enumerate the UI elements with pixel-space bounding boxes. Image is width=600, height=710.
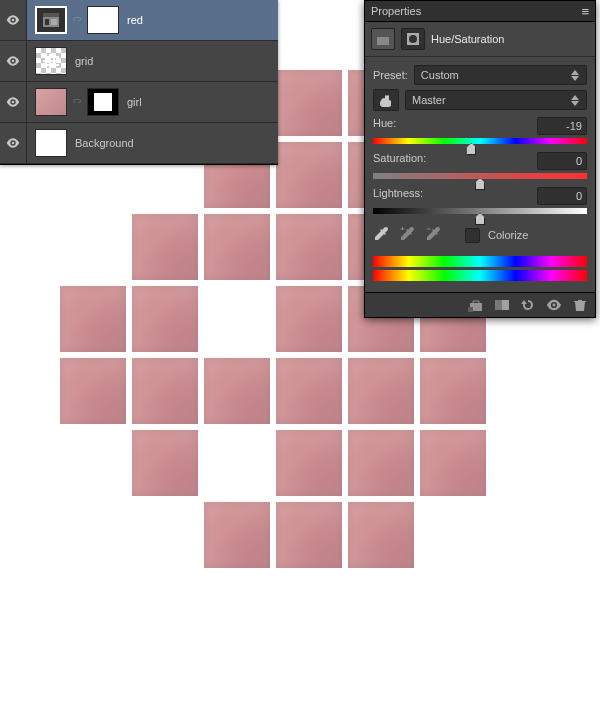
layer-label: grid <box>75 55 93 67</box>
svg-rect-13 <box>468 307 473 312</box>
layer-row-girl[interactable]: girl <box>0 82 278 123</box>
svg-rect-2 <box>43 13 59 17</box>
colorize-label: Colorize <box>488 229 528 241</box>
eye-icon <box>546 299 562 311</box>
delete-button[interactable] <box>571 296 589 314</box>
saturation-value[interactable]: 0 <box>537 152 587 170</box>
lightness-slider[interactable] <box>373 208 587 216</box>
grid-glyph-icon <box>41 52 61 70</box>
previous-state-button[interactable] <box>493 296 511 314</box>
adjustment-name: Hue/Saturation <box>431 33 504 45</box>
svg-rect-14 <box>495 300 502 310</box>
panel-header[interactable]: Properties ≡ <box>365 1 595 22</box>
layer-row-red[interactable]: red <box>0 0 278 41</box>
hue-slider[interactable] <box>373 138 587 146</box>
link-icon <box>71 96 83 108</box>
eyedropper-button[interactable] <box>373 226 391 244</box>
svg-rect-15 <box>502 300 509 310</box>
clip-icon <box>468 298 484 312</box>
svg-rect-3 <box>45 19 49 25</box>
lightness-value[interactable]: 0 <box>537 187 587 205</box>
layer-row-grid[interactable]: grid <box>0 41 278 82</box>
visibility-toggle[interactable] <box>0 123 27 163</box>
adjustment-icon <box>376 32 390 46</box>
colorize-checkbox[interactable] <box>465 228 480 243</box>
svg-point-6 <box>12 101 14 103</box>
layer-thumbnail[interactable] <box>35 88 67 116</box>
preset-dropdown[interactable]: Custom <box>414 65 587 85</box>
layer-mask-thumbnail[interactable] <box>87 6 119 34</box>
panel-menu-icon[interactable]: ≡ <box>581 4 589 19</box>
visibility-toggle[interactable] <box>0 82 27 122</box>
channel-dropdown[interactable]: Master <box>405 90 587 110</box>
eyedropper-plus-button[interactable] <box>399 226 417 244</box>
eyedropper-minus-button[interactable] <box>425 226 443 244</box>
reset-icon <box>520 298 536 312</box>
eyedropper-plus-icon <box>399 226 415 242</box>
layer-thumbnail[interactable] <box>35 129 67 157</box>
layer-mask-thumbnail[interactable] <box>87 88 119 116</box>
eye-icon <box>6 56 20 66</box>
mask-icon <box>406 32 420 46</box>
targeted-adjust-tool[interactable] <box>373 89 399 111</box>
svg-point-0 <box>12 19 14 21</box>
svg-rect-4 <box>51 19 57 25</box>
visibility-toggle[interactable] <box>0 0 27 40</box>
svg-point-11 <box>409 35 417 43</box>
footer-visibility-toggle[interactable] <box>545 296 563 314</box>
link-icon <box>71 14 83 26</box>
previous-state-icon <box>494 298 510 312</box>
layer-label: red <box>127 14 143 26</box>
layer-row-background[interactable]: Background <box>0 123 278 164</box>
spinner-arrows-icon <box>570 69 580 81</box>
preset-value: Custom <box>421 69 459 81</box>
eyedropper-icon <box>373 226 389 242</box>
preset-label: Preset: <box>373 69 408 81</box>
visibility-toggle[interactable] <box>0 41 27 81</box>
spinner-arrows-icon <box>570 94 580 106</box>
trash-icon <box>573 298 587 312</box>
layer-label: girl <box>127 96 142 108</box>
hue-sat-adjustment-icon <box>40 10 62 30</box>
svg-point-16 <box>553 304 556 307</box>
svg-rect-9 <box>377 33 389 37</box>
properties-footer <box>365 292 595 317</box>
eyedropper-minus-icon <box>425 226 441 242</box>
eye-icon <box>6 15 20 25</box>
layers-panel: red grid girl Background <box>0 0 278 165</box>
hand-scrub-icon <box>378 93 394 107</box>
lightness-label: Lightness: <box>373 187 423 205</box>
panel-title: Properties <box>371 5 421 17</box>
layer-label: Background <box>75 137 134 149</box>
properties-panel: Properties ≡ Hue/Saturation Preset: Cust… <box>364 0 596 318</box>
layer-thumbnail[interactable] <box>35 47 67 75</box>
clip-to-layer-button[interactable] <box>467 296 485 314</box>
hue-label: Hue: <box>373 117 396 135</box>
eye-icon <box>6 97 20 107</box>
svg-point-7 <box>12 142 14 144</box>
channel-value: Master <box>412 94 446 106</box>
saturation-slider[interactable] <box>373 173 587 181</box>
reset-button[interactable] <box>519 296 537 314</box>
saturation-label: Saturation: <box>373 152 426 170</box>
mask-icon-button[interactable] <box>401 28 425 50</box>
color-range-display <box>373 256 587 281</box>
adjustment-thumbnail[interactable] <box>35 6 67 34</box>
hue-value[interactable]: -19 <box>537 117 587 135</box>
eye-icon <box>6 138 20 148</box>
adjustment-icon-button[interactable] <box>371 28 395 50</box>
svg-point-5 <box>12 60 14 62</box>
